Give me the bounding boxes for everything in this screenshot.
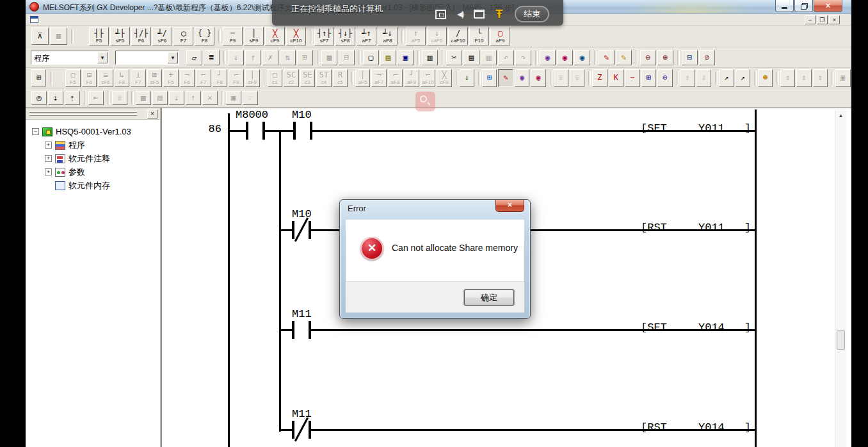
- parallel-falling-pulse-button[interactable]: ┵↓aF8: [378, 27, 398, 45]
- toolbar-button[interactable]: [129, 90, 134, 106]
- delete-rect-button[interactable]: ▢aF9: [490, 27, 510, 45]
- end-session-button[interactable]: 结束: [515, 6, 549, 22]
- delete-line-button[interactable]: /caF10: [448, 27, 468, 45]
- device-find-button[interactable]: ◉: [515, 69, 529, 87]
- sfc-step-button[interactable]: ▢F5: [65, 69, 80, 87]
- write-to-plc-button[interactable]: ⇓: [228, 50, 244, 65]
- toolbar-button[interactable]: [751, 70, 757, 86]
- sfc-block-button[interactable]: ⊠sF5: [147, 69, 162, 87]
- mdi-minimize-button[interactable]: –: [805, 15, 816, 24]
- paste-button[interactable]: ▥: [481, 50, 497, 65]
- dialog-close-button[interactable]: ×: [495, 200, 524, 212]
- collapse-icon[interactable]: −: [32, 128, 39, 135]
- toolbar-button[interactable]: [216, 28, 221, 45]
- minimize-button[interactable]: [775, 0, 794, 12]
- sort-button[interactable]: ⇅: [280, 50, 296, 65]
- contact[interactable]: [292, 220, 311, 240]
- comment-zoom-button[interactable]: ⊘: [699, 50, 715, 65]
- menu-item[interactable]: [65, 19, 77, 21]
- toolbar-button[interactable]: [712, 70, 718, 86]
- print-button[interactable]: ▥: [422, 50, 438, 65]
- toolbar-button[interactable]: [47, 70, 64, 86]
- find-button[interactable]: ◎: [31, 91, 47, 105]
- phone-connect-button[interactable]: ☏: [554, 69, 568, 87]
- phone-disconnect-button[interactable]: ☏: [570, 69, 584, 87]
- expand-icon[interactable]: +: [45, 142, 52, 149]
- error-check-button[interactable]: ✗: [262, 50, 278, 65]
- toolbar-button[interactable]: [307, 28, 313, 45]
- menu-item[interactable]: [42, 19, 54, 21]
- ladder-list-toggle-button[interactable]: ⊞: [31, 69, 46, 86]
- save-project-button[interactable]: ▣: [398, 50, 414, 65]
- undo-button[interactable]: ↶: [498, 50, 514, 65]
- menu-item[interactable]: [100, 19, 111, 21]
- coil-button[interactable]: ◯F7: [173, 27, 193, 45]
- window-select-icon[interactable]: [474, 10, 485, 19]
- toolbar-button[interactable]: [533, 49, 538, 66]
- scroll-up-icon[interactable]: ▲: [836, 111, 846, 120]
- screen-color-button[interactable]: ▩: [136, 91, 151, 105]
- device-batch-monitor-button[interactable]: K: [609, 69, 623, 87]
- chevron-down-icon[interactable]: ▼: [97, 52, 108, 63]
- toolbar-button[interactable]: [675, 49, 680, 66]
- draw-line-button[interactable]: └F10: [469, 27, 489, 45]
- project-tree-header[interactable]: ×: [26, 108, 160, 120]
- sfc-sim-divergence-button[interactable]: ⌐F7: [196, 69, 211, 87]
- sfc-rule-st-button[interactable]: STc4: [316, 69, 331, 87]
- tree-item-device-memory[interactable]: 软元件内存: [32, 179, 160, 192]
- toolbar-button[interactable]: [586, 70, 591, 86]
- copy-button[interactable]: ▤: [463, 50, 479, 65]
- ladder-edit-button[interactable]: ✎: [498, 69, 513, 87]
- menu-item[interactable]: [88, 19, 100, 21]
- parallel-closed-contact-button[interactable]: ┵/sF6: [152, 27, 172, 45]
- toolbar-button[interactable]: [219, 90, 225, 106]
- sfc-line-af9-button[interactable]: ┘aF9: [404, 69, 419, 87]
- menu-item[interactable]: [134, 19, 146, 21]
- output-operand[interactable]: Y014: [698, 421, 725, 434]
- ok-button[interactable]: 确定: [464, 289, 514, 305]
- toolbar-button[interactable]: [314, 49, 320, 66]
- vertical-scrollbar[interactable]: ▲: [835, 110, 846, 447]
- redo-button[interactable]: ↷: [515, 50, 531, 65]
- parallel-open-contact-button[interactable]: ┵├sF5: [110, 27, 130, 45]
- mdi-restore-button[interactable]: ❐: [817, 15, 828, 24]
- sfc-block-start-button[interactable]: ≡sF6: [98, 69, 113, 87]
- falling-pulse-button[interactable]: ┤↓├sF8: [335, 27, 355, 45]
- pan-button[interactable]: ☞: [243, 91, 258, 105]
- contact[interactable]: [292, 420, 311, 439]
- toolbar-button[interactable]: [476, 70, 481, 86]
- output-instruction[interactable]: [SET: [641, 122, 667, 134]
- delete-vertical-line-button[interactable]: ╳cF10: [286, 27, 306, 45]
- statement-button[interactable]: ⇕: [813, 69, 828, 87]
- output-operand[interactable]: Y014: [698, 321, 725, 334]
- toolbar-button[interactable]: [674, 70, 679, 86]
- restore-button[interactable]: [794, 0, 813, 12]
- toolbar-button[interactable]: [633, 49, 639, 66]
- new-project-button[interactable]: ▢: [363, 50, 379, 65]
- toolbar-button[interactable]: [399, 28, 405, 45]
- sfc-dummy-step-button[interactable]: ⊟F6: [82, 69, 97, 87]
- monitor-condition-button[interactable]: ⊙: [657, 69, 672, 87]
- toolbar-button[interactable]: [68, 28, 88, 45]
- sfc-sel-divergence-button[interactable]: ¬F6: [180, 69, 195, 87]
- grid-button[interactable]: ▦: [321, 50, 337, 65]
- output-instruction[interactable]: [RST: [641, 421, 667, 434]
- closed-contact-button[interactable]: ┤/├F6: [131, 27, 151, 45]
- output-instruction[interactable]: [RST: [641, 222, 667, 234]
- sfc-sim-convergence-button[interactable]: ⌐F9: [229, 69, 243, 87]
- sfc-rule-r-button[interactable]: Rc5: [333, 69, 348, 87]
- convert-button[interactable]: ⊼: [31, 28, 49, 45]
- program-monitor-button[interactable]: ⇓: [460, 69, 474, 87]
- verify-button[interactable]: ⊞: [297, 50, 313, 65]
- sfc-sel-convergence-button[interactable]: ┘F8: [213, 69, 227, 87]
- toolbar-button[interactable]: [829, 70, 834, 86]
- save-display-button[interactable]: ▣: [226, 91, 241, 105]
- program-display-button[interactable]: ▦: [50, 28, 67, 45]
- data-name-combobox[interactable]: ▼: [115, 51, 179, 65]
- find-window-button[interactable]: ▱: [186, 50, 202, 65]
- find-prev-button[interactable]: ⇡: [65, 91, 80, 105]
- pin-icon[interactable]: Ŧ: [495, 8, 502, 20]
- sfc-vertical-line-button[interactable]: │sF9: [245, 69, 260, 87]
- contact[interactable]: [292, 320, 311, 339]
- tree-item-program[interactable]: + 程序: [32, 138, 160, 152]
